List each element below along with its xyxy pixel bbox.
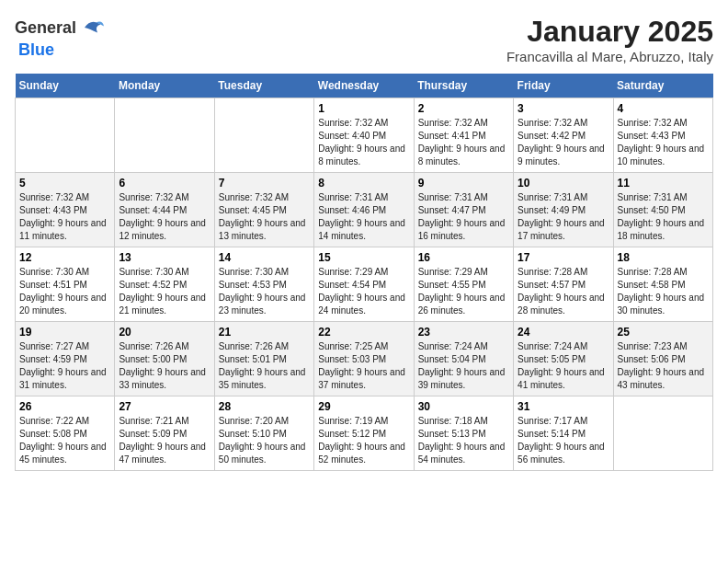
day-info: Sunrise: 7:30 AMSunset: 4:51 PMDaylight:… xyxy=(19,266,110,317)
day-number: 5 xyxy=(19,177,110,190)
calendar-cell: 31Sunrise: 7:17 AMSunset: 5:14 PMDayligh… xyxy=(514,396,613,471)
day-info: Sunrise: 7:21 AMSunset: 5:09 PMDaylight:… xyxy=(119,415,210,466)
day-number: 16 xyxy=(418,251,509,264)
calendar-cell: 12Sunrise: 7:30 AMSunset: 4:51 PMDayligh… xyxy=(16,247,115,322)
day-number: 25 xyxy=(618,326,709,339)
logo-bird-icon xyxy=(78,15,104,40)
day-number: 17 xyxy=(518,251,609,264)
logo-blue: Blue xyxy=(18,40,54,59)
day-number: 22 xyxy=(318,326,409,339)
col-header-tuesday: Tuesday xyxy=(214,74,313,98)
calendar-cell: 8Sunrise: 7:31 AMSunset: 4:46 PMDaylight… xyxy=(314,173,414,247)
day-number: 3 xyxy=(518,102,609,115)
calendar-cell: 7Sunrise: 7:32 AMSunset: 4:45 PMDaylight… xyxy=(214,173,313,247)
day-info: Sunrise: 7:28 AMSunset: 4:57 PMDaylight:… xyxy=(518,266,609,317)
day-info: Sunrise: 7:31 AMSunset: 4:46 PMDaylight:… xyxy=(318,191,409,243)
day-info: Sunrise: 7:24 AMSunset: 5:05 PMDaylight:… xyxy=(518,340,609,392)
day-number: 23 xyxy=(418,326,509,339)
day-info: Sunrise: 7:32 AMSunset: 4:45 PMDaylight:… xyxy=(219,191,310,243)
day-info: Sunrise: 7:32 AMSunset: 4:42 PMDaylight:… xyxy=(518,117,609,168)
day-number: 29 xyxy=(318,400,409,413)
day-info: Sunrise: 7:20 AMSunset: 5:10 PMDaylight:… xyxy=(219,415,310,466)
day-number: 8 xyxy=(318,177,409,190)
calendar-subtitle: Francavilla al Mare, Abruzzo, Italy xyxy=(506,49,713,64)
day-number: 24 xyxy=(518,326,609,339)
calendar-cell: 29Sunrise: 7:19 AMSunset: 5:12 PMDayligh… xyxy=(314,396,414,471)
calendar-cell: 10Sunrise: 7:31 AMSunset: 4:49 PMDayligh… xyxy=(514,173,613,247)
calendar-cell xyxy=(613,396,712,471)
day-number: 19 xyxy=(19,326,110,339)
week-row-5: 26Sunrise: 7:22 AMSunset: 5:08 PMDayligh… xyxy=(16,396,713,471)
title-section: January 2025 Francavilla al Mare, Abruzz… xyxy=(506,15,713,64)
day-number: 11 xyxy=(618,177,709,190)
calendar-cell: 1Sunrise: 7:32 AMSunset: 4:40 PMDaylight… xyxy=(314,98,414,173)
day-info: Sunrise: 7:29 AMSunset: 4:55 PMDaylight:… xyxy=(418,266,509,317)
day-info: Sunrise: 7:17 AMSunset: 5:14 PMDaylight:… xyxy=(518,415,609,466)
day-info: Sunrise: 7:18 AMSunset: 5:13 PMDaylight:… xyxy=(418,415,509,466)
week-row-2: 5Sunrise: 7:32 AMSunset: 4:43 PMDaylight… xyxy=(16,173,713,247)
calendar-cell: 23Sunrise: 7:24 AMSunset: 5:04 PMDayligh… xyxy=(414,322,513,396)
calendar-cell: 5Sunrise: 7:32 AMSunset: 4:43 PMDaylight… xyxy=(16,173,115,247)
day-info: Sunrise: 7:31 AMSunset: 4:49 PMDaylight:… xyxy=(518,191,609,243)
day-info: Sunrise: 7:31 AMSunset: 4:50 PMDaylight:… xyxy=(618,191,709,243)
day-info: Sunrise: 7:24 AMSunset: 5:04 PMDaylight:… xyxy=(418,340,509,392)
day-info: Sunrise: 7:30 AMSunset: 4:52 PMDaylight:… xyxy=(119,266,210,317)
col-header-friday: Friday xyxy=(514,74,613,98)
calendar-cell: 3Sunrise: 7:32 AMSunset: 4:42 PMDaylight… xyxy=(514,98,613,173)
calendar-table: SundayMondayTuesdayWednesdayThursdayFrid… xyxy=(15,74,713,471)
calendar-cell: 4Sunrise: 7:32 AMSunset: 4:43 PMDaylight… xyxy=(613,98,712,173)
calendar-cell: 21Sunrise: 7:26 AMSunset: 5:01 PMDayligh… xyxy=(214,322,313,396)
calendar-cell xyxy=(115,98,214,173)
logo: General Blue xyxy=(15,15,104,60)
col-header-thursday: Thursday xyxy=(414,74,513,98)
calendar-cell: 26Sunrise: 7:22 AMSunset: 5:08 PMDayligh… xyxy=(16,396,115,471)
day-number: 28 xyxy=(219,400,310,413)
day-number: 30 xyxy=(418,400,509,413)
page-header: General Blue January 2025 Francavilla al… xyxy=(15,15,713,64)
calendar-header-row: SundayMondayTuesdayWednesdayThursdayFrid… xyxy=(16,74,713,98)
day-info: Sunrise: 7:23 AMSunset: 5:06 PMDaylight:… xyxy=(618,340,709,392)
day-info: Sunrise: 7:32 AMSunset: 4:44 PMDaylight:… xyxy=(119,191,210,243)
day-number: 10 xyxy=(518,177,609,190)
day-info: Sunrise: 7:19 AMSunset: 5:12 PMDaylight:… xyxy=(318,415,409,466)
calendar-cell: 20Sunrise: 7:26 AMSunset: 5:00 PMDayligh… xyxy=(115,322,214,396)
day-number: 12 xyxy=(19,251,110,264)
day-info: Sunrise: 7:32 AMSunset: 4:43 PMDaylight:… xyxy=(618,117,709,168)
calendar-cell: 30Sunrise: 7:18 AMSunset: 5:13 PMDayligh… xyxy=(414,396,513,471)
calendar-cell: 6Sunrise: 7:32 AMSunset: 4:44 PMDaylight… xyxy=(115,173,214,247)
calendar-cell: 19Sunrise: 7:27 AMSunset: 4:59 PMDayligh… xyxy=(16,322,115,396)
day-number: 31 xyxy=(518,400,609,413)
col-header-monday: Monday xyxy=(115,74,214,98)
calendar-cell: 27Sunrise: 7:21 AMSunset: 5:09 PMDayligh… xyxy=(115,396,214,471)
day-number: 21 xyxy=(219,326,310,339)
calendar-cell: 28Sunrise: 7:20 AMSunset: 5:10 PMDayligh… xyxy=(214,396,313,471)
day-number: 9 xyxy=(418,177,509,190)
day-number: 26 xyxy=(19,400,110,413)
week-row-3: 12Sunrise: 7:30 AMSunset: 4:51 PMDayligh… xyxy=(16,247,713,322)
week-row-1: 1Sunrise: 7:32 AMSunset: 4:40 PMDaylight… xyxy=(16,98,713,173)
day-info: Sunrise: 7:28 AMSunset: 4:58 PMDaylight:… xyxy=(618,266,709,317)
day-number: 27 xyxy=(119,400,210,413)
day-number: 1 xyxy=(318,102,409,115)
week-row-4: 19Sunrise: 7:27 AMSunset: 4:59 PMDayligh… xyxy=(16,322,713,396)
calendar-cell xyxy=(16,98,115,173)
day-info: Sunrise: 7:31 AMSunset: 4:47 PMDaylight:… xyxy=(418,191,509,243)
calendar-cell: 14Sunrise: 7:30 AMSunset: 4:53 PMDayligh… xyxy=(214,247,313,322)
day-info: Sunrise: 7:27 AMSunset: 4:59 PMDaylight:… xyxy=(19,340,110,392)
day-info: Sunrise: 7:30 AMSunset: 4:53 PMDaylight:… xyxy=(219,266,310,317)
day-info: Sunrise: 7:26 AMSunset: 5:00 PMDaylight:… xyxy=(119,340,210,392)
day-info: Sunrise: 7:22 AMSunset: 5:08 PMDaylight:… xyxy=(19,415,110,466)
day-info: Sunrise: 7:26 AMSunset: 5:01 PMDaylight:… xyxy=(219,340,310,392)
day-number: 7 xyxy=(219,177,310,190)
calendar-cell: 11Sunrise: 7:31 AMSunset: 4:50 PMDayligh… xyxy=(613,173,712,247)
calendar-cell: 24Sunrise: 7:24 AMSunset: 5:05 PMDayligh… xyxy=(514,322,613,396)
calendar-cell: 18Sunrise: 7:28 AMSunset: 4:58 PMDayligh… xyxy=(613,247,712,322)
logo-general: General xyxy=(15,18,76,38)
day-number: 2 xyxy=(418,102,509,115)
calendar-cell xyxy=(214,98,313,173)
day-info: Sunrise: 7:32 AMSunset: 4:43 PMDaylight:… xyxy=(19,191,110,243)
calendar-title: January 2025 xyxy=(506,15,713,49)
day-number: 15 xyxy=(318,251,409,264)
day-info: Sunrise: 7:32 AMSunset: 4:40 PMDaylight:… xyxy=(318,117,409,168)
day-number: 6 xyxy=(119,177,210,190)
